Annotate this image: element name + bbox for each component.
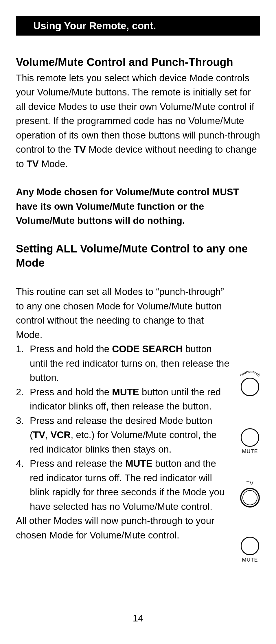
mute-button-icon xyxy=(241,428,259,447)
section-setting-all: Setting ALL Volume/Mute Control to any o… xyxy=(16,242,260,542)
text: Press and hold the xyxy=(30,344,112,354)
tv-button-diagram: TV xyxy=(240,481,260,509)
button-illustrations: codesearch MUTE TV MUTE xyxy=(237,371,263,563)
section1-heading: Volume/Mute Control and Punch-Through xyxy=(16,56,260,69)
page-number: 14 xyxy=(0,613,276,624)
section2-intro: This routine can set all Modes to “punch… xyxy=(16,285,230,342)
section2-outro: All other Modes will now punch-through t… xyxy=(16,514,230,542)
section-volume-mute: Volume/Mute Control and Punch-Through Th… xyxy=(16,56,260,228)
text: Press and hold the xyxy=(30,387,112,397)
bold-mute: MUTE xyxy=(125,458,152,469)
bold-mute: MUTE xyxy=(112,387,139,397)
page-header-bar: Using Your Remote, cont. xyxy=(16,16,260,36)
tv-button-icon xyxy=(240,488,260,508)
step-1: Press and hold the CODE SEARCH button un… xyxy=(16,342,230,385)
bold-tv: TV xyxy=(74,144,86,155)
section1-paragraph1: This remote lets you select which device… xyxy=(16,71,260,171)
text: Mode. xyxy=(39,158,68,169)
section2-heading: Setting ALL Volume/Mute Control to any o… xyxy=(16,242,260,270)
mute-button-diagram-1: MUTE xyxy=(241,428,259,455)
bold-tv: TV xyxy=(33,429,45,440)
text: , xyxy=(45,429,50,440)
text: This remote lets you select which device… xyxy=(16,73,260,155)
codesearch-button-diagram: codesearch xyxy=(238,371,262,398)
text: Press and release the xyxy=(30,458,125,469)
steps-list: Press and hold the CODE SEARCH button un… xyxy=(16,342,230,514)
mute-button-label: MUTE xyxy=(242,557,258,563)
mute-button-label: MUTE xyxy=(242,449,258,455)
mute-button-diagram-2: MUTE xyxy=(241,537,259,563)
tv-button-label: TV xyxy=(246,481,253,487)
bold-vcr: VCR xyxy=(51,429,71,440)
codesearch-button-icon xyxy=(241,378,259,396)
bold-code-search: CODE SEARCH xyxy=(112,344,183,354)
page-header-title: Using Your Remote, cont. xyxy=(33,20,156,31)
step-2: Press and hold the MUTE button until the… xyxy=(16,385,230,414)
step-3: Press and release the desired Mode butto… xyxy=(16,414,230,457)
mute-button-icon xyxy=(241,537,259,555)
bold-tv: TV xyxy=(27,158,39,169)
step-4: Press and release the MUTE button and th… xyxy=(16,456,230,514)
section1-paragraph2-bold: Any Mode chosen for Volume/Mute control … xyxy=(16,185,260,228)
svg-text:codesearch: codesearch xyxy=(239,371,261,377)
section2-text-column: This routine can set all Modes to “punch… xyxy=(16,285,230,542)
